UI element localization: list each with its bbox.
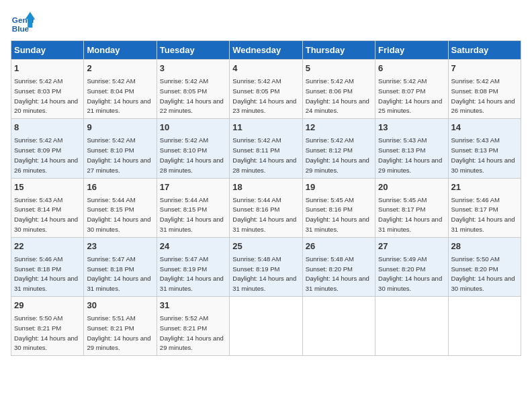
calendar-week-1: 1 Sunrise: 5:42 AMSunset: 8:03 PMDayligh…: [11, 60, 521, 119]
day-number: 27: [378, 240, 445, 253]
day-number: 23: [87, 240, 153, 253]
header: General Blue: [11, 11, 521, 35]
calendar-cell: 23 Sunrise: 5:47 AMSunset: 8:18 PMDaylig…: [84, 237, 157, 296]
calendar-cell: 6 Sunrise: 5:42 AMSunset: 8:07 PMDayligh…: [375, 60, 448, 119]
day-info: Sunrise: 5:42 AMSunset: 8:05 PMDaylight:…: [232, 77, 296, 114]
calendar-cell: 16 Sunrise: 5:44 AMSunset: 8:15 PMDaylig…: [84, 178, 157, 237]
svg-text:Blue: Blue: [12, 24, 30, 33]
day-number: 5: [306, 62, 372, 75]
day-info: Sunrise: 5:42 AMSunset: 8:10 PMDaylight:…: [160, 136, 224, 173]
day-info: Sunrise: 5:50 AMSunset: 8:20 PMDaylight:…: [451, 255, 515, 292]
calendar-cell: 26 Sunrise: 5:48 AMSunset: 8:20 PMDaylig…: [302, 237, 375, 296]
calendar-header-row: SundayMondayTuesdayWednesdayThursdayFrid…: [11, 41, 521, 60]
day-info: Sunrise: 5:52 AMSunset: 8:21 PMDaylight:…: [160, 314, 224, 351]
calendar-cell: 15 Sunrise: 5:43 AMSunset: 8:14 PMDaylig…: [11, 178, 84, 237]
calendar-cell: 22 Sunrise: 5:46 AMSunset: 8:18 PMDaylig…: [11, 237, 84, 296]
day-info: Sunrise: 5:44 AMSunset: 8:16 PMDaylight:…: [232, 196, 296, 233]
calendar-week-2: 8 Sunrise: 5:42 AMSunset: 8:09 PMDayligh…: [11, 119, 521, 178]
day-info: Sunrise: 5:43 AMSunset: 8:14 PMDaylight:…: [14, 196, 78, 233]
calendar-cell: 8 Sunrise: 5:42 AMSunset: 8:09 PMDayligh…: [11, 119, 84, 178]
calendar-cell: 17 Sunrise: 5:44 AMSunset: 8:15 PMDaylig…: [157, 178, 229, 237]
calendar-cell: 7 Sunrise: 5:42 AMSunset: 8:08 PMDayligh…: [448, 60, 521, 119]
header-saturday: Saturday: [448, 41, 521, 60]
calendar-cell: 13 Sunrise: 5:43 AMSunset: 8:13 PMDaylig…: [375, 119, 448, 178]
day-info: Sunrise: 5:42 AMSunset: 8:03 PMDaylight:…: [14, 77, 78, 114]
day-number: 28: [451, 240, 518, 253]
calendar-cell: 24 Sunrise: 5:47 AMSunset: 8:19 PMDaylig…: [157, 237, 229, 296]
day-info: Sunrise: 5:42 AMSunset: 8:04 PMDaylight:…: [87, 77, 150, 114]
day-number: 4: [232, 62, 299, 75]
header-monday: Monday: [84, 41, 157, 60]
day-number: 26: [306, 240, 372, 253]
day-number: 19: [306, 181, 372, 193]
calendar-cell: [230, 297, 302, 356]
calendar-cell: 10 Sunrise: 5:42 AMSunset: 8:10 PMDaylig…: [157, 119, 229, 178]
day-number: 20: [378, 181, 445, 193]
day-info: Sunrise: 5:48 AMSunset: 8:19 PMDaylight:…: [232, 255, 296, 292]
day-info: Sunrise: 5:45 AMSunset: 8:16 PMDaylight:…: [306, 196, 369, 233]
calendar-cell: 18 Sunrise: 5:44 AMSunset: 8:16 PMDaylig…: [230, 178, 302, 237]
day-info: Sunrise: 5:44 AMSunset: 8:15 PMDaylight:…: [160, 196, 224, 233]
calendar-cell: 21 Sunrise: 5:46 AMSunset: 8:17 PMDaylig…: [448, 178, 521, 237]
calendar-cell: 28 Sunrise: 5:50 AMSunset: 8:20 PMDaylig…: [448, 237, 521, 296]
header-wednesday: Wednesday: [230, 41, 302, 60]
day-number: 2: [87, 62, 153, 75]
calendar-cell: [302, 297, 375, 356]
day-number: 11: [232, 122, 299, 134]
day-number: 8: [14, 122, 81, 134]
calendar-week-4: 22 Sunrise: 5:46 AMSunset: 8:18 PMDaylig…: [11, 237, 521, 296]
calendar-table: SundayMondayTuesdayWednesdayThursdayFrid…: [11, 40, 521, 356]
day-info: Sunrise: 5:46 AMSunset: 8:18 PMDaylight:…: [14, 255, 78, 292]
day-info: Sunrise: 5:51 AMSunset: 8:21 PMDaylight:…: [87, 314, 150, 351]
day-info: Sunrise: 5:46 AMSunset: 8:17 PMDaylight:…: [451, 196, 515, 233]
calendar-cell: [375, 297, 448, 356]
day-number: 13: [378, 122, 445, 134]
calendar-cell: 31 Sunrise: 5:52 AMSunset: 8:21 PMDaylig…: [157, 297, 229, 356]
day-info: Sunrise: 5:42 AMSunset: 8:12 PMDaylight:…: [306, 136, 369, 173]
calendar-cell: 30 Sunrise: 5:51 AMSunset: 8:21 PMDaylig…: [84, 297, 157, 356]
day-number: 31: [160, 300, 226, 312]
day-number: 6: [378, 62, 445, 75]
day-number: 30: [87, 300, 153, 312]
header-friday: Friday: [375, 41, 448, 60]
day-info: Sunrise: 5:45 AMSunset: 8:17 PMDaylight:…: [378, 196, 442, 233]
day-number: 22: [14, 240, 81, 253]
calendar-cell: 27 Sunrise: 5:49 AMSunset: 8:20 PMDaylig…: [375, 237, 448, 296]
calendar-cell: 14 Sunrise: 5:43 AMSunset: 8:13 PMDaylig…: [448, 119, 521, 178]
day-number: 12: [306, 122, 372, 134]
day-info: Sunrise: 5:42 AMSunset: 8:09 PMDaylight:…: [14, 136, 78, 173]
day-number: 1: [14, 62, 81, 75]
day-number: 25: [232, 240, 299, 253]
calendar-cell: 2 Sunrise: 5:42 AMSunset: 8:04 PMDayligh…: [84, 60, 157, 119]
calendar-cell: 3 Sunrise: 5:42 AMSunset: 8:05 PMDayligh…: [157, 60, 229, 119]
day-number: 24: [160, 240, 226, 253]
day-number: 18: [232, 181, 299, 193]
calendar-cell: 1 Sunrise: 5:42 AMSunset: 8:03 PMDayligh…: [11, 60, 84, 119]
day-info: Sunrise: 5:42 AMSunset: 8:05 PMDaylight:…: [160, 77, 224, 114]
day-info: Sunrise: 5:42 AMSunset: 8:08 PMDaylight:…: [451, 77, 515, 114]
day-number: 15: [14, 181, 81, 193]
day-info: Sunrise: 5:47 AMSunset: 8:19 PMDaylight:…: [160, 255, 224, 292]
calendar-cell: 20 Sunrise: 5:45 AMSunset: 8:17 PMDaylig…: [375, 178, 448, 237]
logo: General Blue: [11, 11, 38, 35]
day-number: 7: [451, 62, 518, 75]
day-info: Sunrise: 5:42 AMSunset: 8:10 PMDaylight:…: [87, 136, 150, 173]
day-info: Sunrise: 5:47 AMSunset: 8:18 PMDaylight:…: [87, 255, 150, 292]
calendar-week-3: 15 Sunrise: 5:43 AMSunset: 8:14 PMDaylig…: [11, 178, 521, 237]
day-info: Sunrise: 5:42 AMSunset: 8:07 PMDaylight:…: [378, 77, 442, 114]
calendar-cell: 5 Sunrise: 5:42 AMSunset: 8:06 PMDayligh…: [302, 60, 375, 119]
day-number: 21: [451, 181, 518, 193]
day-number: 16: [87, 181, 153, 193]
calendar-cell: [448, 297, 521, 356]
day-number: 29: [14, 300, 81, 312]
day-info: Sunrise: 5:48 AMSunset: 8:20 PMDaylight:…: [306, 255, 369, 292]
calendar-week-5: 29 Sunrise: 5:50 AMSunset: 8:21 PMDaylig…: [11, 297, 521, 356]
calendar-cell: 19 Sunrise: 5:45 AMSunset: 8:16 PMDaylig…: [302, 178, 375, 237]
day-number: 10: [160, 122, 226, 134]
day-info: Sunrise: 5:42 AMSunset: 8:11 PMDaylight:…: [232, 136, 296, 173]
day-number: 14: [451, 122, 518, 134]
day-number: 17: [160, 181, 226, 193]
day-info: Sunrise: 5:42 AMSunset: 8:06 PMDaylight:…: [306, 77, 369, 114]
day-info: Sunrise: 5:43 AMSunset: 8:13 PMDaylight:…: [451, 136, 515, 173]
day-info: Sunrise: 5:50 AMSunset: 8:21 PMDaylight:…: [14, 314, 78, 351]
